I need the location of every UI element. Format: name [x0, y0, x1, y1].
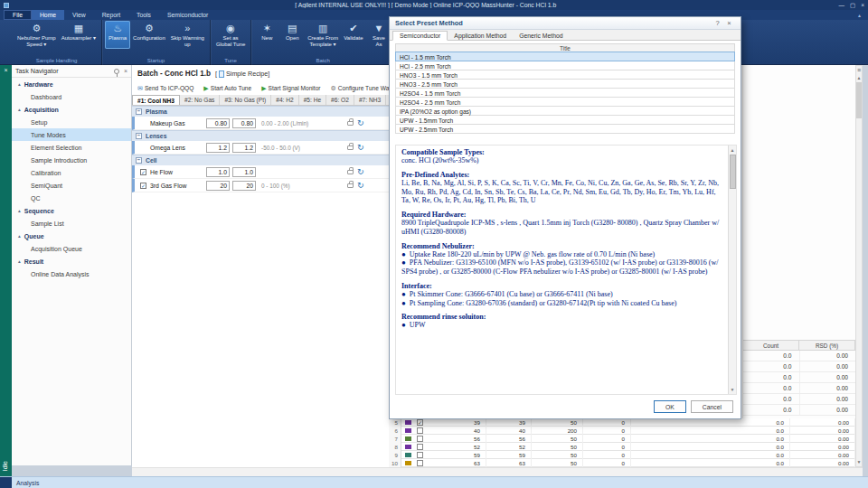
ribbon-button[interactable]: » Skip Warming up: [168, 21, 207, 49]
ribbon-tab[interactable]: Tools: [128, 10, 159, 20]
minimize-icon[interactable]: —: [839, 2, 845, 9]
element-checkbox[interactable]: [417, 460, 423, 466]
section-header-plasma[interactable]: − Plasma: [132, 106, 389, 117]
ribbon-button[interactable]: ▦ Autosampler ▾: [59, 21, 99, 49]
sidebar-item[interactable]: ▴ QC: [12, 192, 131, 204]
collapse-icon[interactable]: −: [136, 108, 142, 115]
description-section: Recommend Nebulizer: ● Uptake Rate 180-2…: [401, 242, 723, 277]
ribbon-tab[interactable]: File: [4, 10, 32, 20]
sidebar-item[interactable]: ▴ Online Data Analysis: [12, 267, 131, 280]
preset-method-row[interactable]: HCl - 1.5 mm Torch: [395, 52, 735, 61]
dwell-value: 50: [532, 459, 583, 467]
ribbon-button[interactable]: ▤ Open: [279, 21, 305, 49]
parameter-value-input[interactable]: 1.0: [206, 167, 230, 177]
sidebar-item[interactable]: ▴ Element Selection: [12, 141, 131, 154]
section-header-cell[interactable]: − Cell: [132, 155, 389, 165]
sidebar-item[interactable]: ▴ Dashboard: [12, 90, 131, 103]
scroll-down-icon[interactable]: ▼: [857, 459, 862, 465]
ribbon-tab[interactable]: Semiconductor: [159, 10, 216, 20]
sidebar-item[interactable]: ▴ Sample List: [12, 217, 131, 230]
tune-mode-tab[interactable]: #2: No Gas: [180, 95, 220, 105]
dialog-tab[interactable]: Application Method: [448, 32, 513, 40]
parameter-current-input[interactable]: 1.0: [232, 167, 256, 177]
scrollbar-thumb[interactable]: [730, 155, 736, 189]
ribbon-button[interactable]: ◉ Set as Global Tune: [213, 21, 248, 49]
refresh-icon[interactable]: ↻: [357, 118, 364, 127]
sidebar-item[interactable]: ▴ Acquisition: [12, 103, 131, 116]
hamburger-menu-icon[interactable]: ≡: [857, 67, 861, 73]
collapse-icon[interactable]: −: [136, 157, 142, 164]
sidebar-item[interactable]: ▴ Calibration: [12, 166, 131, 179]
parameter-value-input[interactable]: 0.80: [206, 118, 230, 128]
parameter-value-input[interactable]: 20: [206, 181, 230, 191]
tune-mode-tab[interactable]: #4: H2: [271, 95, 298, 105]
ribbon-button[interactable]: ⚙ Configuration: [130, 21, 168, 49]
sidebar-item[interactable]: ▴ Sequence: [12, 204, 131, 217]
ribbon-button[interactable]: ♨ Plasma: [105, 21, 130, 49]
ribbon-tab[interactable]: Report: [94, 10, 128, 20]
parameter-current-input[interactable]: 0.80: [232, 118, 256, 128]
ribbon-tab[interactable]: Home: [32, 10, 64, 20]
description-scrollbar[interactable]: ▲ ▼: [728, 145, 736, 394]
ribbon-tab[interactable]: View: [64, 10, 94, 20]
pin-icon[interactable]: [114, 69, 119, 74]
ok-button[interactable]: OK: [654, 400, 686, 413]
sidebar-item[interactable]: ▴ SemiQuant: [12, 179, 131, 192]
toolbar-action[interactable]: ✉ Send To ICP-QQQ: [137, 85, 193, 92]
dialog-close-icon[interactable]: ×: [723, 19, 735, 27]
close-icon[interactable]: ×: [861, 2, 864, 9]
scroll-up-icon[interactable]: ▲: [731, 147, 735, 153]
ribbon-button[interactable]: ✔ Validate: [341, 21, 366, 49]
element-color-swatch: [405, 445, 411, 449]
element-checkbox[interactable]: [417, 427, 423, 434]
parameter-checkbox[interactable]: [140, 169, 146, 175]
task-navigator-close-icon[interactable]: ×: [124, 68, 127, 74]
parameter-current-input[interactable]: 20: [232, 181, 256, 191]
element-checkbox[interactable]: [417, 452, 423, 458]
sidebar-item[interactable]: ▴ Hardware: [12, 78, 131, 90]
strip-close-icon[interactable]: ×: [0, 67, 12, 73]
sidebar-item[interactable]: ▴ Queue: [12, 230, 131, 242]
maximize-icon[interactable]: ▢: [850, 2, 855, 9]
tune-mode-tab[interactable]: #5: He: [299, 95, 326, 105]
cancel-button[interactable]: Cancel: [691, 400, 733, 413]
dialog-tab[interactable]: Semiconductor: [392, 31, 448, 41]
refresh-icon[interactable]: ↻: [357, 143, 364, 152]
collapse-icon[interactable]: −: [136, 133, 142, 139]
parameter-current-input[interactable]: 1.2: [232, 143, 256, 153]
refresh-icon[interactable]: ↻: [357, 167, 364, 176]
element-checkbox[interactable]: [417, 436, 423, 442]
vertical-scrollbar[interactable]: ≡ ▲ ▼: [855, 65, 863, 467]
element-checkbox[interactable]: [417, 444, 423, 450]
ribbon-button[interactable]: ▥ Create From Template ▾: [305, 21, 341, 49]
refresh-icon[interactable]: ↻: [357, 181, 364, 190]
preset-method-row[interactable]: UPW - 2.5mm Torch: [395, 124, 735, 134]
scroll-up-icon[interactable]: ▲: [857, 75, 862, 80]
scroll-down-icon[interactable]: ▼: [731, 387, 735, 392]
parameter-value-input[interactable]: 1.2: [206, 143, 230, 153]
dialog-tab[interactable]: Generic Method: [513, 32, 569, 40]
sidebar-item[interactable]: ▴ Acquisition Queue: [12, 242, 131, 255]
ribbon-collapse-icon[interactable]: ▴: [851, 10, 868, 20]
tune-mode-tab[interactable]: #7: NH3: [354, 95, 386, 105]
sidebar-item[interactable]: ▴ Result: [12, 255, 131, 267]
horizontal-scroll-area[interactable]: [132, 467, 863, 476]
scrollbar-thumb[interactable]: [856, 82, 862, 118]
ribbon-button[interactable]: ✶ New: [254, 21, 279, 49]
toolbar-action[interactable]: ▶ Start Signal Monitor: [261, 85, 320, 92]
element-checkbox[interactable]: [417, 419, 423, 426]
ribbon-button[interactable]: ▼ Save As: [366, 21, 392, 49]
sidebar-item[interactable]: ▴ Sample Introduction: [12, 154, 131, 166]
toolbar-action[interactable]: ⚙ Configure Tune Way: [331, 85, 392, 92]
section-header-lenses[interactable]: − Lenses: [132, 130, 389, 141]
tune-mode-tab[interactable]: #6: O2: [326, 95, 354, 105]
parameter-checkbox[interactable]: [140, 183, 146, 189]
ribbon-button[interactable]: ⚙ Nebulizer Pump Speed ▾: [14, 21, 59, 49]
tune-mode-tab[interactable]: #3: No Gas (Pt): [220, 95, 271, 105]
sidebar-item[interactable]: ▴ Setup: [12, 116, 131, 128]
tune-mode-tab[interactable]: #1: Cool NH3: [132, 95, 180, 105]
sidebar-item[interactable]: ▴ Tune Modes: [12, 128, 131, 141]
count-value: 0.0: [643, 459, 790, 467]
help-icon[interactable]: ?: [712, 19, 723, 27]
toolbar-action[interactable]: ▶ Start Auto Tune: [203, 85, 251, 92]
